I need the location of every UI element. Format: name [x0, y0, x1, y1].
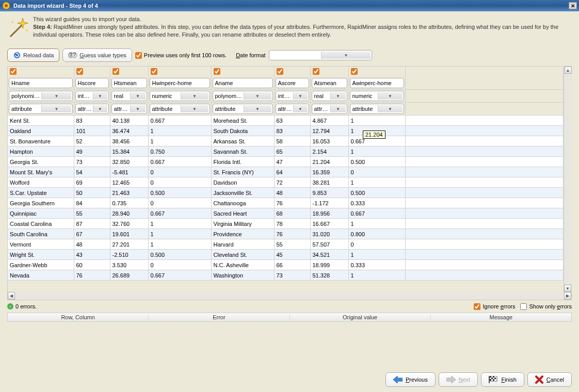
data-cell: 1 [348, 250, 405, 260]
data-cell: 76 [74, 270, 110, 281]
scroll-down-button[interactable]: ▼ [564, 285, 571, 292]
data-cell: 51.328 [310, 270, 348, 281]
data-cell: 55 [274, 239, 310, 250]
svg-rect-17 [493, 376, 494, 378]
column-type-combo[interactable]: numeric▼ [350, 91, 404, 101]
show-only-errors-input[interactable] [520, 303, 527, 310]
data-cell: 15.384 [110, 146, 148, 157]
column-type-combo[interactable]: integer▼ [276, 91, 309, 101]
previous-button[interactable]: Previous [385, 372, 436, 387]
column-enable-checkbox[interactable] [10, 68, 17, 75]
flag-icon [489, 376, 498, 383]
chevron-down-icon: ▼ [244, 92, 271, 100]
data-cell: 76 [274, 198, 310, 208]
column-name-input[interactable]: Hname [9, 78, 73, 88]
svg-text:?: ? [73, 52, 76, 58]
scroll-left-button[interactable]: ◀ [8, 292, 15, 300]
column-enable-checkbox[interactable] [214, 68, 220, 75]
preview-checkbox[interactable]: Preview uses only first 100 rows. [135, 52, 227, 59]
data-cell: 60 [74, 260, 110, 270]
column-name-input[interactable]: Htsmean [111, 78, 147, 88]
column-name-input[interactable]: Awinperc-home [350, 78, 404, 88]
chevron-down-icon: ▼ [378, 92, 403, 100]
data-cell: 16.667 [310, 219, 348, 229]
column-enable-checkbox[interactable] [277, 68, 283, 75]
guess-types-button[interactable]: ?? Guess value types [62, 48, 132, 62]
footer-buttons: Previous Next Finish Cancel [385, 372, 572, 387]
data-cell: 58 [274, 136, 310, 146]
column-name-input[interactable]: Atsmean [312, 78, 347, 88]
data-cell: 16.053 [310, 136, 348, 146]
data-cell: 2.154 [310, 146, 348, 157]
chevron-down-icon: ▼ [321, 52, 371, 59]
scroll-up-button[interactable]: ▲ [565, 67, 572, 74]
data-cell: 48 [274, 188, 310, 198]
data-cell: 76 [274, 229, 310, 239]
column-role-combo[interactable]: attribute▼ [75, 104, 109, 114]
horizontal-scrollbar[interactable]: ◀ ▶ [7, 292, 572, 300]
svg-line-2 [10, 24, 23, 37]
data-cell: 43 [74, 250, 110, 260]
column-name-input[interactable]: Hscore [75, 78, 109, 88]
preview-checkbox-input[interactable] [135, 52, 142, 59]
data-cell: 34.521 [310, 250, 348, 260]
column-type-combo[interactable]: integer▼ [75, 91, 109, 101]
column-role-combo[interactable]: attribute▼ [111, 104, 147, 114]
reload-data-button[interactable]: Reload data [7, 48, 59, 62]
error-count: 0 errors. [15, 303, 37, 309]
intro-line1: This wizard guides you to import your da… [33, 15, 572, 23]
ok-icon: ✓ [7, 303, 13, 309]
data-cell: South Dakota [211, 126, 274, 136]
app-icon [2, 2, 10, 10]
data-cell: 38.456 [110, 136, 148, 146]
column-name-input[interactable]: Aname [213, 78, 273, 88]
data-cell: Georgia Southern [8, 198, 74, 208]
data-cell: 78 [274, 219, 310, 229]
data-cell: 21.463 [110, 188, 148, 198]
column-type-combo[interactable]: numeric▼ [150, 91, 210, 101]
data-cell: Savannah St. [211, 146, 274, 157]
svg-point-1 [5, 4, 8, 7]
data-cell: 3.530 [110, 260, 148, 270]
ignore-errors-checkbox[interactable]: Ignore errors [474, 303, 515, 310]
data-cell: Harvard [211, 239, 274, 250]
ignore-errors-input[interactable] [474, 303, 480, 310]
scroll-right-button[interactable]: ▶ [564, 292, 571, 300]
column-type-combo[interactable]: real▼ [312, 91, 347, 101]
data-cell: Coastal Carolina [8, 219, 74, 229]
dateformat-combo[interactable]: ▼ [269, 50, 372, 60]
column-name-input[interactable]: Hwinperc-home [150, 78, 210, 88]
vertical-scrollbar[interactable]: ▲ ▼ [564, 67, 572, 292]
column-role-combo[interactable]: attribute▼ [150, 104, 210, 114]
column-enable-checkbox[interactable] [351, 68, 358, 75]
data-cell: 1 [148, 229, 211, 239]
column-enable-checkbox[interactable] [313, 68, 319, 75]
column-role-combo[interactable]: attribute▼ [350, 104, 404, 114]
column-role-combo[interactable]: attribute▼ [213, 104, 273, 114]
data-cell: 0.667 [148, 208, 211, 219]
column-enable-checkbox[interactable] [151, 68, 157, 75]
column-type-combo[interactable]: polynominal▼ [9, 91, 73, 101]
cancel-button[interactable]: Cancel [527, 372, 572, 387]
data-cell: N.C. Asheville [211, 260, 274, 270]
cancel-icon [535, 375, 543, 384]
column-type-combo[interactable]: real▼ [111, 91, 147, 101]
guess-icon: ?? [68, 51, 77, 59]
data-cell: 65 [274, 146, 310, 157]
column-role-combo[interactable]: attribute▼ [276, 104, 309, 114]
column-type-combo[interactable]: polynominal▼ [213, 91, 273, 101]
column-name-input[interactable]: Ascore [276, 78, 309, 88]
column-role-combo[interactable]: attribute▼ [312, 104, 347, 114]
close-button[interactable]: ✕ [569, 2, 577, 9]
finish-button[interactable]: Finish [481, 372, 524, 387]
data-cell: 9.853 [310, 188, 348, 198]
column-role-combo[interactable]: attribute▼ [9, 104, 73, 114]
data-cell: 1 [148, 239, 211, 250]
data-cell: 0.333 [348, 198, 405, 208]
column-enable-checkbox[interactable] [112, 68, 119, 75]
data-cell: 12.465 [110, 177, 148, 188]
data-cell: 52 [74, 136, 110, 146]
show-only-errors-checkbox[interactable]: Show only errors [520, 303, 572, 310]
arrow-left-icon [393, 376, 403, 383]
column-enable-checkbox[interactable] [76, 68, 83, 75]
